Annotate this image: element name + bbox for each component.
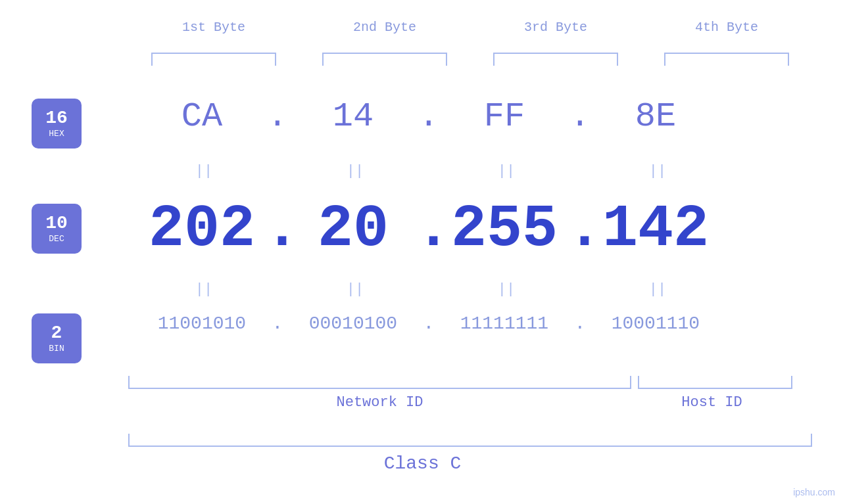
bin-val-1: 11001010 bbox=[139, 313, 264, 334]
hex-val-1: CA bbox=[139, 97, 264, 136]
byte-label-2: 2nd Byte bbox=[319, 20, 450, 35]
dec-dot-3: . bbox=[567, 196, 593, 263]
dec-row: 202 . 20 . 255 . 142 bbox=[102, 196, 825, 263]
bin-dot-2: . bbox=[416, 313, 442, 334]
pipe-1-b3: || bbox=[444, 163, 569, 179]
hex-val-3: FF bbox=[442, 97, 567, 136]
bin-val-2: 00010100 bbox=[291, 313, 416, 334]
pipe-2-b2: || bbox=[293, 281, 418, 298]
bracket-1 bbox=[151, 53, 276, 66]
bracket-4 bbox=[664, 53, 789, 66]
pipe-row-1: || || || || bbox=[102, 163, 825, 179]
main-container: 16 HEX 10 DEC 2 BIN 1st Byte 2nd Byte 3r… bbox=[0, 0, 845, 504]
dec-row-inner: 202 . 20 . 255 . 142 bbox=[139, 196, 825, 263]
byte-label-3: 3rd Byte bbox=[490, 20, 621, 35]
host-bracket bbox=[638, 376, 792, 389]
hex-val-4: 8E bbox=[593, 97, 718, 136]
hex-val-2: 14 bbox=[291, 97, 416, 136]
pipe-2-b4: || bbox=[595, 281, 720, 298]
hex-row-inner: CA . 14 . FF . 8E bbox=[139, 97, 825, 136]
dec-badge-label: DEC bbox=[49, 234, 64, 244]
hex-row: CA . 14 . FF . 8E bbox=[102, 97, 825, 136]
hex-badge: 16 HEX bbox=[32, 99, 82, 149]
network-id-label: Network ID bbox=[128, 394, 631, 411]
watermark: ipshu.com bbox=[793, 487, 835, 497]
bottom-brackets bbox=[128, 376, 812, 389]
bin-badge-number: 2 bbox=[51, 324, 62, 342]
hex-dot-3: . bbox=[567, 97, 593, 136]
top-brackets bbox=[128, 53, 812, 66]
pipe-1-b4: || bbox=[595, 163, 720, 179]
bin-val-3: 11111111 bbox=[442, 313, 567, 334]
byte-label-4: 4th Byte bbox=[661, 20, 792, 35]
dec-dot-2: . bbox=[416, 196, 442, 263]
bin-row-inner: 11001010 . 00010100 . 11111111 . 1000111… bbox=[139, 313, 825, 334]
dec-badge: 10 DEC bbox=[32, 204, 82, 254]
pipe-1-b2: || bbox=[293, 163, 418, 179]
bracket-2 bbox=[322, 53, 447, 66]
pipe-2-b3: || bbox=[444, 281, 569, 298]
bin-val-4: 10001110 bbox=[593, 313, 718, 334]
byte-labels: 1st Byte 2nd Byte 3rd Byte 4th Byte bbox=[128, 20, 812, 35]
dec-dot-1: . bbox=[264, 196, 291, 263]
byte-label-1: 1st Byte bbox=[148, 20, 279, 35]
dec-val-4: 142 bbox=[593, 196, 718, 263]
bin-badge: 2 BIN bbox=[32, 313, 82, 363]
host-id-label: Host ID bbox=[631, 394, 792, 411]
bin-dot-1: . bbox=[264, 313, 291, 334]
dec-val-2: 20 bbox=[291, 196, 416, 263]
dec-badge-number: 10 bbox=[45, 214, 68, 233]
bracket-3 bbox=[493, 53, 618, 66]
bin-badge-label: BIN bbox=[49, 344, 64, 354]
network-bracket bbox=[128, 376, 631, 389]
class-label: Class C bbox=[0, 453, 845, 474]
pipe-1-b1: || bbox=[141, 163, 266, 179]
dec-val-3: 255 bbox=[442, 196, 567, 263]
pipe-row-2: || || || || bbox=[102, 281, 825, 298]
dec-val-1: 202 bbox=[139, 196, 264, 263]
class-bracket bbox=[128, 434, 812, 447]
hex-badge-number: 16 bbox=[45, 109, 68, 127]
bin-row: 11001010 . 00010100 . 11111111 . 1000111… bbox=[102, 313, 825, 334]
hex-dot-1: . bbox=[264, 97, 291, 136]
pipe-2-b1: || bbox=[141, 281, 266, 298]
bin-dot-3: . bbox=[567, 313, 593, 334]
hex-dot-2: . bbox=[416, 97, 442, 136]
hex-badge-label: HEX bbox=[49, 129, 64, 139]
bottom-labels: Network ID Host ID bbox=[128, 394, 812, 411]
